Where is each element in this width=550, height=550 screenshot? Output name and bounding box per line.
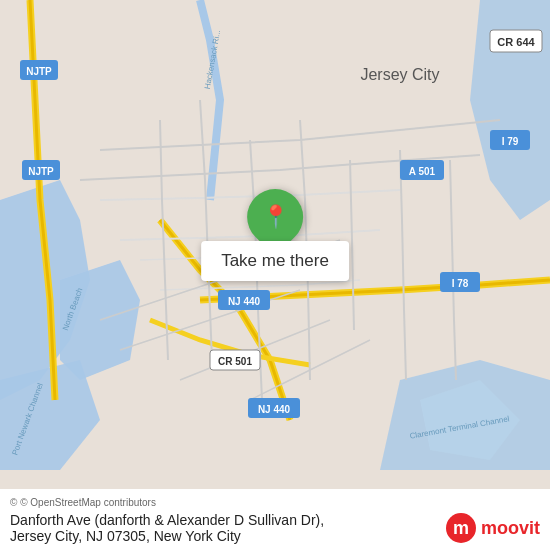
location-text: Danforth Ave (danforth & Alexander D Sul… [10,512,435,544]
svg-text:Jersey City: Jersey City [360,66,439,83]
attribution: © © OpenStreetMap contributors [10,497,540,508]
location-pin-icon: 📍 [261,204,288,230]
take-me-there-button[interactable]: Take me there [201,241,349,281]
copyright-icon: © [10,497,17,508]
map-container: CR 644 NJTP NJTP I 79 A 501 NJ 440 NJ 44… [0,0,550,470]
svg-text:m: m [453,518,469,538]
bottom-bar: © © OpenStreetMap contributors Danforth … [0,489,550,550]
svg-text:I 78: I 78 [452,278,469,289]
svg-text:NJTP: NJTP [28,166,54,177]
moovit-logo: m moovit [445,512,540,544]
svg-text:NJ 440: NJ 440 [228,296,261,307]
location-name: Danforth Ave (danforth & Alexander D Sul… [10,512,324,528]
svg-text:CR 501: CR 501 [218,356,252,367]
moovit-text: moovit [481,518,540,539]
location-row: Danforth Ave (danforth & Alexander D Sul… [10,512,540,544]
svg-text:NJTP: NJTP [26,66,52,77]
attribution-text: © OpenStreetMap contributors [20,497,156,508]
location-city: Jersey City, NJ 07305, New York City [10,528,241,544]
svg-text:A 501: A 501 [409,166,436,177]
svg-text:CR 644: CR 644 [497,36,535,48]
svg-text:I 79: I 79 [502,136,519,147]
moovit-icon: m [445,512,477,544]
svg-text:NJ 440: NJ 440 [258,404,291,415]
button-overlay: 📍 Take me there [201,189,349,281]
